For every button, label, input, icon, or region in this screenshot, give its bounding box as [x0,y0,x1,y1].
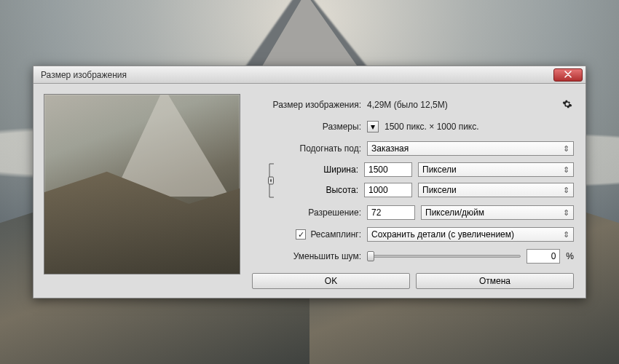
cancel-button[interactable]: Отмена [416,273,574,289]
resample-method-select[interactable]: Сохранить детали (с увеличением) [367,227,574,242]
ok-button[interactable]: OK [252,273,410,289]
resolution-input[interactable] [367,205,415,220]
width-unit-value: Пиксели [422,165,457,175]
dialog-title: Размер изображения [41,70,553,80]
height-unit-value: Пиксели [422,185,457,195]
height-label: Высота: [277,185,358,195]
preview-thumbnail [44,94,240,274]
settings-button[interactable] [561,98,574,111]
fit-to-label: Подогнать под: [252,143,361,154]
reduce-noise-label: Уменьшить шум: [252,251,361,261]
slider-thumb[interactable] [367,251,374,261]
dimensions-label: Размеры: [252,122,361,132]
updown-icon [563,144,569,154]
dimensions-value: 1500 пикс. × 1000 пикс. [385,122,479,132]
updown-icon [563,230,569,240]
controls-panel: Размер изображения: 4,29M (было 12,5M) Р… [252,94,574,289]
resolution-unit-value: Пиксели/дюйм [425,207,484,218]
percent-suffix: % [566,251,574,261]
resolution-label: Разрешение: [252,207,361,218]
dimensions-unit-dropdown[interactable]: ▾ [367,121,379,132]
width-label: Ширина: [277,165,358,175]
image-size-dialog: Размер изображения Размер изображения: 4… [33,66,586,298]
updown-icon [563,208,569,218]
reduce-noise-input[interactable] [527,249,560,264]
constrain-proportions-toggle[interactable] [265,162,277,199]
image-size-value: 4,29M (было 12,5M) [367,100,448,110]
height-input[interactable] [364,183,412,197]
close-icon [564,70,572,80]
fit-to-select[interactable]: Заказная [367,141,574,156]
updown-icon [563,165,569,175]
close-button[interactable] [553,68,583,82]
resolution-unit-select[interactable]: Пиксели/дюйм [421,205,574,220]
height-unit-select[interactable]: Пиксели [418,183,574,197]
resample-method-value: Сохранить детали (с увеличением) [371,229,514,240]
titlebar[interactable]: Размер изображения [33,66,586,84]
gear-icon [562,99,572,111]
reduce-noise-slider[interactable] [367,255,521,258]
updown-icon [563,186,569,195]
resample-checkbox[interactable] [296,229,306,240]
width-input[interactable] [364,162,412,177]
chevron-down-icon: ▾ [371,122,375,132]
fit-to-value: Заказная [371,143,409,154]
image-size-label: Размер изображения: [252,100,361,110]
width-unit-select[interactable]: Пиксели [418,162,574,177]
resample-label: Ресамплинг: [310,229,361,240]
